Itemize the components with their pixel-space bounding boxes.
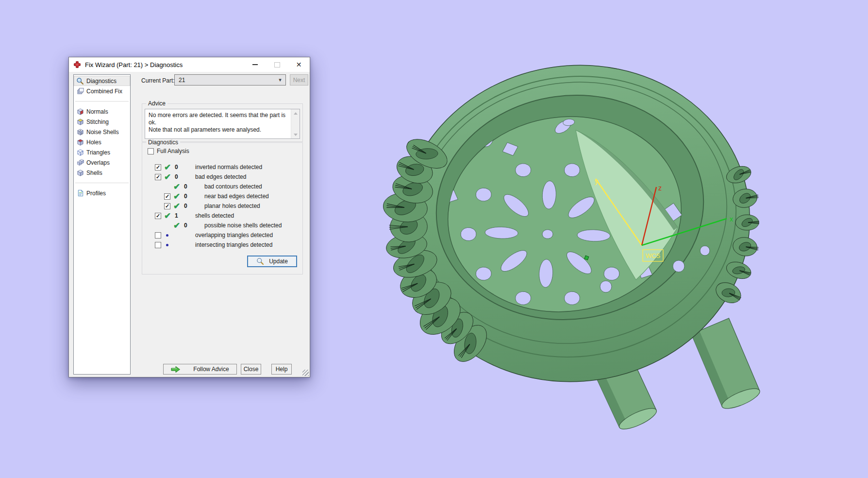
arrow-up-icon: [294, 112, 298, 115]
sidebar-item-combined-fix[interactable]: Combined Fix: [74, 86, 130, 96]
wizard-sidebar: DiagnosticsCombined FixNormalsStitchingN…: [73, 74, 131, 375]
ok-check-icon: ✔: [173, 202, 184, 210]
diagnostic-label: planar holes detected: [204, 203, 260, 209]
sidebar-item-overlaps[interactable]: Overlaps: [74, 157, 130, 168]
close-button[interactable]: ✕: [288, 57, 310, 72]
diagnostic-label: possible noise shells detected: [204, 222, 282, 229]
pending-status: [164, 234, 175, 237]
diagnostics-group-caption: Diagnostics: [146, 139, 180, 146]
sidebar-separator: [75, 183, 129, 183]
ok-check-icon: ✔: [164, 173, 175, 181]
diagnostic-row: ✓✔0bad edges detected: [155, 172, 300, 182]
arrow-down-icon: [294, 134, 298, 136]
sidebar-item-label: Stitching: [86, 119, 109, 125]
diagnostic-label: intersecting triangles detected: [195, 241, 272, 248]
maximize-button[interactable]: [266, 57, 288, 72]
next-button[interactable]: Next: [290, 74, 308, 85]
fix-wizard-app-icon: [73, 61, 81, 68]
update-button[interactable]: Update: [247, 256, 297, 267]
sidebar-item-normals[interactable]: Normals: [74, 106, 130, 117]
full-analysis-checkbox[interactable]: [148, 148, 154, 154]
cube-red-top-icon: [76, 138, 84, 146]
sidebar-item-triangles[interactable]: Triangles: [74, 147, 130, 157]
window-title: Fix Wizard (Part: 21) > Diagnostics: [85, 61, 183, 68]
chevron-down-icon: ▾: [275, 77, 285, 83]
axis-x-label: x: [730, 215, 733, 223]
ok-check-icon: ✔: [164, 163, 175, 171]
sidebar-item-profiles[interactable]: Profiles: [74, 188, 130, 198]
current-part-label: Current Part:: [141, 77, 175, 84]
magnifier-icon: [256, 257, 264, 265]
advice-line: No more errors are detected. It seems th…: [149, 112, 290, 126]
sidebar-item-label: Shells: [86, 170, 102, 176]
sidebar-item-shells[interactable]: Shells: [74, 168, 130, 178]
sidebar-item-label: Normals: [86, 108, 108, 115]
layers-icon: [76, 87, 84, 95]
document-icon: [76, 189, 84, 197]
diagnostic-count: 1: [175, 212, 195, 219]
sidebar-item-label: Diagnostics: [86, 78, 117, 85]
diagnostic-count: 0: [184, 203, 204, 209]
diagnostic-row: overlapping triangles detected: [155, 230, 300, 240]
advice-group-caption: Advice: [146, 100, 167, 107]
cube-stitch-icon: [76, 118, 84, 126]
cube-wireframe-icon: [76, 149, 84, 156]
diagnostic-label: overlapping triangles detected: [195, 232, 273, 239]
follow-advice-label: Follow Advice: [193, 366, 229, 373]
help-label: Help: [276, 366, 288, 373]
green-arrow-icon: [171, 366, 181, 373]
cube-red-face-icon: [76, 108, 84, 116]
pending-dot-icon: [166, 244, 168, 246]
diagnostic-checkbox[interactable]: [155, 242, 161, 248]
ok-check-icon: ✔: [173, 192, 184, 201]
diagnostic-label: near bad edges detected: [204, 193, 269, 200]
minimize-button[interactable]: [244, 57, 266, 72]
diagnostic-count: 0: [175, 173, 195, 180]
current-part-select[interactable]: 21 ▾: [174, 74, 286, 85]
maximize-icon: [274, 62, 280, 68]
magnifier-icon: [76, 77, 84, 85]
close-dialog-button[interactable]: Close: [241, 364, 261, 375]
close-dialog-label: Close: [244, 366, 259, 373]
next-button-label: Next: [293, 77, 305, 84]
ok-check-icon: ✔: [173, 222, 184, 230]
diagnostic-checkbox[interactable]: ✓: [164, 203, 170, 209]
diagnostic-label: bad contours detected: [204, 183, 262, 190]
axis-y-label: y: [595, 177, 598, 185]
sidebar-item-noise-shells[interactable]: Noise Shells: [74, 127, 130, 137]
sidebar-item-label: Noise Shells: [86, 129, 119, 136]
close-icon: ✕: [296, 61, 302, 68]
sidebar-item-stitching[interactable]: Stitching: [74, 117, 130, 127]
diagnostics-rows: ✓✔0inverted normals detected✓✔0bad edges…: [148, 162, 300, 250]
ok-check-icon: ✔: [173, 183, 184, 191]
diagnostic-checkbox[interactable]: ✓: [155, 164, 161, 171]
wcs-label: WCS: [646, 252, 661, 259]
diagnostic-checkbox[interactable]: ✓: [155, 213, 161, 219]
fix-wizard-window: Fix Wizard (Part: 21) > Diagnostics ✕ Di…: [68, 57, 310, 377]
sidebar-item-label: Triangles: [86, 149, 110, 156]
advice-scrollbar[interactable]: [291, 109, 300, 138]
diagnostic-count: 0: [184, 183, 204, 190]
diagnostic-count: 0: [175, 164, 195, 171]
sidebar-item-holes[interactable]: Holes: [74, 137, 130, 147]
scroll-up-button[interactable]: [291, 109, 300, 117]
ok-check-icon: ✔: [164, 212, 175, 220]
diagnostic-label: shells detected: [195, 212, 234, 219]
diagnostic-row: ✓✔1shells detected: [155, 211, 300, 221]
model-leg-right: [691, 318, 762, 412]
diagnostic-row: ✓✔0inverted normals detected: [155, 162, 300, 172]
help-button[interactable]: Help: [271, 364, 292, 375]
current-part-value: 21: [175, 77, 275, 84]
sidebar-item-diagnostics[interactable]: Diagnostics: [74, 76, 130, 86]
diagnostic-checkbox[interactable]: ✓: [164, 193, 170, 200]
diagnostic-checkbox[interactable]: [155, 232, 161, 239]
titlebar[interactable]: Fix Wizard (Part: 21) > Diagnostics ✕: [69, 57, 310, 72]
sidebar-item-label: Overlaps: [86, 159, 110, 166]
follow-advice-button[interactable]: Follow Advice: [163, 364, 237, 375]
diagnostic-label: bad edges detected: [195, 173, 246, 180]
desktop: { "window": { "title": "Fix Wizard (Part…: [0, 0, 868, 478]
resize-grip[interactable]: [302, 370, 309, 376]
update-button-label: Update: [269, 258, 288, 265]
scroll-down-button[interactable]: [291, 131, 300, 138]
diagnostic-checkbox[interactable]: ✓: [155, 174, 161, 180]
